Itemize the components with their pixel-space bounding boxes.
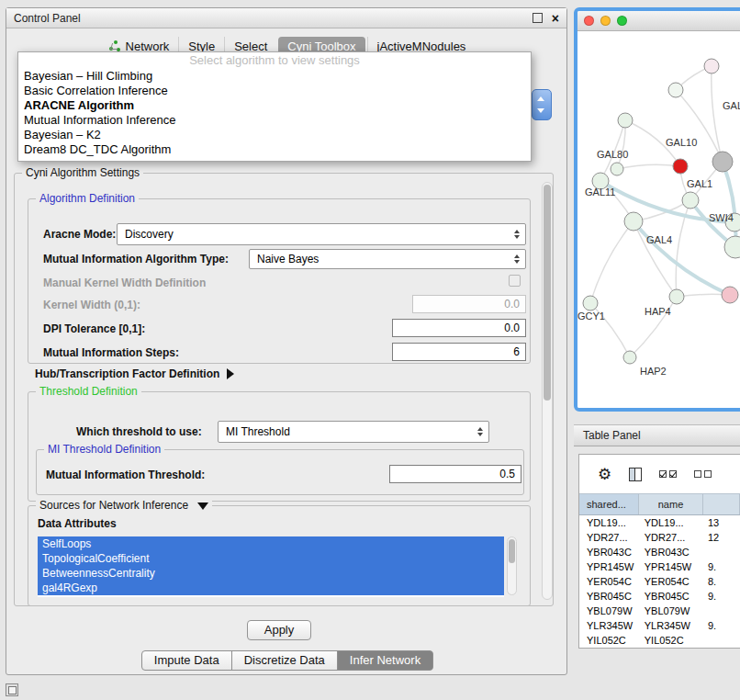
- float-panel-icon[interactable]: [533, 13, 543, 23]
- network-node-hap2[interactable]: [623, 351, 636, 364]
- data-attributes-list: SelfLoopsTopologicalCoefficientBetweenne…: [38, 536, 504, 597]
- table-cell: 9.: [704, 620, 740, 631]
- network-node-gal4[interactable]: [624, 212, 643, 231]
- column-header-shared[interactable]: shared...: [579, 494, 639, 514]
- table-cell: YBR043C: [579, 547, 639, 558]
- dpi-tolerance-field[interactable]: 0.0: [392, 319, 526, 337]
- algorithm-dropdown-popup: Select algorithm to view settings Bayesi…: [17, 51, 532, 162]
- table-cell: 8.: [704, 576, 740, 587]
- aracne-mode-combobox[interactable]: Discovery: [117, 223, 526, 245]
- table-row[interactable]: YLR345WYLR345W9.: [579, 618, 740, 633]
- minimized-panel-icon[interactable]: [6, 683, 18, 696]
- network-canvas[interactable]: GAL80GAL10GAL11GAL1SWI4GAL4GCY1HAP4HAP2G…: [577, 31, 740, 408]
- sources-legend[interactable]: Sources for Network Inference: [36, 499, 212, 513]
- hub-definition-toggle[interactable]: Hub/Transcription Factor Definition: [35, 367, 234, 380]
- which-threshold-label: Which threshold to use:: [76, 425, 202, 438]
- algorithm-option-mutual-information-inference[interactable]: Mutual Information Inference: [18, 113, 531, 128]
- threshold-definition-group: Threshold Definition Which threshold to …: [28, 391, 531, 502]
- table-cell: YBR043C: [639, 547, 704, 558]
- bottom-tab-bar: Impute DataDiscretize DataInfer Network: [6, 650, 568, 671]
- table-row[interactable]: YBL079WYBL079W: [579, 604, 740, 618]
- algorithm-combo-arrow-button[interactable]: [532, 89, 552, 120]
- network-node-gal10[interactable]: [673, 159, 688, 174]
- minimize-traffic-light[interactable]: [600, 16, 611, 26]
- hub-definition-label: Hub/Transcription Factor Definition: [35, 367, 219, 380]
- attribute-item-selfloops[interactable]: SelfLoops: [38, 536, 504, 551]
- select-all-columns-icon[interactable]: [659, 470, 677, 478]
- network-edge[interactable]: [723, 162, 735, 247]
- network-edge[interactable]: [712, 66, 723, 162]
- node-label-gcy1: GCY1: [577, 310, 605, 322]
- network-node-gal80[interactable]: [611, 163, 623, 175]
- collapsed-arrow-icon: [227, 368, 234, 379]
- which-threshold-combobox[interactable]: MI Threshold: [218, 421, 489, 443]
- algorithm-popup-list: Bayesian – Hill ClimbingBasic Correlatio…: [18, 69, 531, 157]
- table-cell: YBL079W: [639, 605, 704, 616]
- zoom-traffic-light[interactable]: [617, 16, 627, 26]
- algorithm-definition-legend: Algorithm Definition: [36, 192, 139, 206]
- settings-scrollbar[interactable]: [542, 182, 553, 600]
- kernel-width-label: Kernel Width (0,1):: [43, 299, 140, 311]
- table-cell: 12: [704, 532, 740, 543]
- show-columns-icon[interactable]: [629, 468, 642, 481]
- algorithm-option-basic-correlation-inference[interactable]: Basic Correlation Inference: [18, 84, 531, 98]
- table-cell: YDL19...: [579, 517, 639, 528]
- algorithm-option-bayesian-k2[interactable]: Bayesian – K2: [18, 128, 531, 142]
- close-traffic-light[interactable]: [584, 16, 594, 26]
- attribute-item-topologicalcoefficient[interactable]: TopologicalCoefficient: [38, 551, 504, 566]
- attribute-item-betweennesscentrality[interactable]: BetweennessCentrality: [38, 566, 504, 581]
- node-label-gal4: GAL4: [646, 234, 672, 245]
- network-edge[interactable]: [590, 221, 633, 303]
- table-row[interactable]: YPR145WYPR145W9.: [579, 559, 740, 574]
- kernel-width-value: 0.0: [504, 298, 520, 310]
- table-row[interactable]: YDL19...YDL19...13: [579, 515, 740, 530]
- table-cell: YDR27...: [579, 532, 639, 543]
- network-node-gal1[interactable]: [682, 192, 699, 209]
- table-cell: 9.: [704, 561, 740, 572]
- bottom-tab-infer-network[interactable]: Infer Network: [337, 650, 433, 671]
- network-edge[interactable]: [617, 164, 680, 169]
- column-header-2[interactable]: [703, 494, 740, 514]
- table-row[interactable]: YIL052CYIL052C: [579, 633, 740, 648]
- stepper-icon: [514, 230, 521, 239]
- mi-threshold-group: MI Threshold Definition Mutual Informati…: [36, 449, 524, 495]
- network-node-gcy1[interactable]: [583, 296, 598, 310]
- table-cell: YPR145W: [579, 561, 639, 572]
- table-row[interactable]: YDR27...YDR27...12: [579, 530, 740, 545]
- close-panel-icon[interactable]: ×: [552, 13, 559, 24]
- network-node[interactable]: [704, 59, 719, 73]
- table-row[interactable]: YBR045CYBR045C9.: [579, 589, 740, 604]
- unselect-all-columns-icon[interactable]: [694, 470, 712, 478]
- network-node[interactable]: [618, 113, 633, 128]
- attribute-list-scrollbar[interactable]: [507, 536, 517, 595]
- aracne-mode-label: Aracne Mode:: [43, 228, 116, 241]
- mi-steps-field[interactable]: 6: [392, 343, 526, 361]
- bottom-tab-impute-data[interactable]: Impute Data: [141, 650, 232, 671]
- algorithm-option-bayesian-hill-climbing[interactable]: Bayesian – Hill Climbing: [18, 69, 531, 84]
- kernel-width-field[interactable]: 0.0: [412, 295, 526, 313]
- screen: Control Panel × NetworkStyleSelectCyni T…: [0, 0, 740, 700]
- table-row[interactable]: YBR043CYBR043C: [579, 545, 740, 559]
- node-label-gal80: GAL80: [597, 149, 628, 160]
- algorithm-option-dream8-dc-tdc-algorithm[interactable]: Dream8 DC_TDC Algorithm: [18, 142, 531, 157]
- network-node[interactable]: [722, 287, 738, 303]
- bottom-tab-discretize-data[interactable]: Discretize Data: [231, 650, 338, 671]
- table-settings-gear-icon[interactable]: ⚙: [598, 467, 611, 482]
- network-node[interactable]: [668, 83, 683, 97]
- apply-button[interactable]: Apply: [247, 620, 311, 640]
- mi-type-combobox[interactable]: Naive Bayes: [249, 249, 526, 269]
- network-tab-icon: [109, 40, 121, 51]
- network-window-titlebar: [577, 11, 740, 31]
- manual-kernel-checkbox[interactable]: [509, 275, 521, 287]
- network-node-hap4[interactable]: [669, 289, 684, 304]
- table-cell: 9.: [704, 591, 740, 602]
- mi-threshold-field[interactable]: 0.5: [389, 465, 521, 483]
- manual-kernel-label: Manual Kernel Width Definition: [43, 277, 206, 289]
- table-cell: YER054C: [639, 576, 704, 587]
- network-node[interactable]: [712, 152, 733, 172]
- table-row[interactable]: YER054CYER054C8.: [579, 574, 740, 589]
- aracne-mode-value: Discovery: [125, 228, 174, 241]
- attribute-item-gal4rgexp[interactable]: gal4RGexp: [38, 581, 504, 595]
- column-header-name[interactable]: name: [639, 494, 703, 514]
- algorithm-option-aracne-algorithm[interactable]: ARACNE Algorithm: [18, 98, 531, 113]
